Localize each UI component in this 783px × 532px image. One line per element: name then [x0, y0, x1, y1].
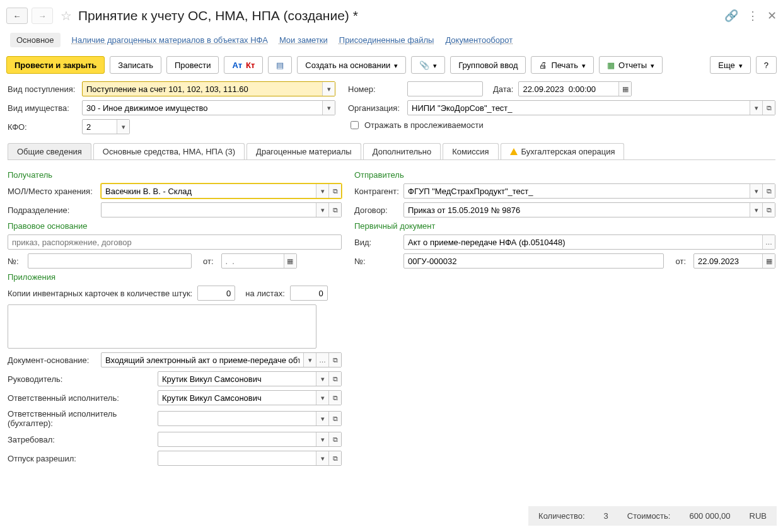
subnav-docflow[interactable]: Документооборот: [445, 35, 513, 45]
open-icon[interactable]: ⧉: [328, 353, 341, 367]
create-based-button[interactable]: Создать на основании: [297, 56, 406, 74]
attach-button[interactable]: 📎: [411, 56, 445, 74]
tab-general[interactable]: Общие сведения: [8, 143, 91, 159]
reports-button[interactable]: ▦Отчеты: [599, 56, 663, 74]
required-combo[interactable]: ▾ ⧉: [158, 432, 342, 447]
number-input[interactable]: [407, 81, 483, 96]
open-icon[interactable]: ⧉: [762, 184, 775, 198]
chevron-down-icon[interactable]: ▾: [316, 391, 328, 405]
tab-additional[interactable]: Дополнительно: [363, 143, 441, 159]
list-button[interactable]: ▤: [268, 56, 292, 74]
chevron-down-icon[interactable]: ▾: [316, 432, 328, 446]
open-icon[interactable]: ⧉: [328, 432, 341, 446]
org-input[interactable]: [408, 101, 750, 115]
nav-back-button[interactable]: ←: [6, 8, 28, 24]
docbase-input[interactable]: [102, 353, 303, 367]
more-icon[interactable]: ⋮: [747, 9, 758, 23]
resp-acct-input[interactable]: [158, 412, 316, 425]
contract-combo[interactable]: ▾ ⧉: [403, 202, 775, 217]
subnav-files[interactable]: Присоединенные файлы: [339, 35, 434, 45]
traceability-checkbox[interactable]: [351, 121, 359, 129]
post-button[interactable]: Провести: [166, 56, 219, 74]
head-combo[interactable]: ▾ ⧉: [158, 371, 342, 386]
open-icon[interactable]: ⧉: [328, 451, 341, 465]
release-combo[interactable]: ▾ ⧉: [158, 451, 342, 466]
favorite-icon[interactable]: ☆: [61, 8, 72, 23]
kfo-combo[interactable]: ▾: [82, 119, 130, 134]
tab-assets[interactable]: Основные средства, НМА, НПА (3): [93, 143, 245, 159]
tab-commission[interactable]: Комиссия: [443, 143, 498, 159]
dept-input[interactable]: [102, 203, 316, 217]
pfrom-combo[interactable]: ▦: [693, 253, 775, 269]
tab-accounting[interactable]: Бухгалтерская операция: [501, 143, 625, 159]
open-icon[interactable]: ⧉: [328, 372, 341, 386]
kind-input[interactable]: [404, 235, 762, 249]
group-input-button[interactable]: Групповой ввод: [450, 56, 526, 74]
tab-precious[interactable]: Драгоценные материалы: [246, 143, 361, 159]
kind-combo[interactable]: …: [403, 234, 775, 250]
nav-forward-button[interactable]: →: [32, 8, 53, 24]
chevron-down-icon[interactable]: ▾: [316, 451, 328, 465]
property-type-combo[interactable]: ▾: [82, 100, 335, 115]
docbase-combo[interactable]: ▾ … ⧉: [101, 352, 342, 367]
date-combo[interactable]: ▦: [518, 81, 632, 96]
dept-combo[interactable]: ▾ ⧉: [101, 202, 342, 217]
property-type-input[interactable]: [83, 101, 322, 115]
receipt-type-input[interactable]: [83, 82, 322, 96]
more-button[interactable]: Еще: [710, 56, 750, 74]
receipt-type-combo[interactable]: ▾: [82, 81, 335, 96]
subnav-main[interactable]: Основное: [10, 33, 61, 47]
chevron-down-icon[interactable]: ▾: [316, 372, 328, 386]
chevron-down-icon[interactable]: ▾: [316, 184, 328, 198]
chevron-down-icon[interactable]: ▾: [750, 203, 762, 217]
legal-basis-input[interactable]: [8, 234, 342, 250]
pfrom-input[interactable]: [694, 254, 762, 268]
chevron-down-icon[interactable]: ▾: [322, 101, 335, 115]
chevron-down-icon[interactable]: ▾: [303, 353, 316, 367]
dots-icon[interactable]: …: [762, 235, 775, 249]
subnav-notes[interactable]: Мои заметки: [279, 35, 328, 45]
copies-input[interactable]: [197, 286, 235, 301]
attachments-area[interactable]: [8, 304, 316, 349]
dots-icon[interactable]: …: [316, 353, 328, 367]
close-icon[interactable]: ✕: [767, 9, 777, 23]
link-icon[interactable]: 🔗: [724, 9, 738, 23]
chevron-down-icon[interactable]: ▾: [316, 412, 328, 425]
save-button[interactable]: Записать: [110, 56, 161, 74]
calendar-icon[interactable]: ▦: [284, 254, 296, 268]
help-button[interactable]: ?: [756, 56, 777, 74]
open-icon[interactable]: ⧉: [762, 101, 775, 115]
open-icon[interactable]: ⧉: [328, 412, 341, 425]
mol-combo[interactable]: ▾ ⧉: [101, 183, 342, 199]
legal-date-combo[interactable]: ▦: [221, 253, 297, 269]
post-and-close-button[interactable]: Провести и закрыть: [6, 56, 105, 74]
open-icon[interactable]: ⧉: [762, 203, 775, 217]
calendar-icon[interactable]: ▦: [618, 82, 631, 96]
resp-combo[interactable]: ▾ ⧉: [158, 390, 342, 405]
legal-date-input[interactable]: [222, 254, 284, 268]
subnav-precious[interactable]: Наличие драгоценных материалов в объекта…: [72, 35, 268, 45]
required-input[interactable]: [158, 432, 316, 446]
mol-input[interactable]: [102, 184, 316, 198]
release-input[interactable]: [158, 451, 316, 465]
date-input[interactable]: [519, 82, 618, 96]
head-input[interactable]: [158, 372, 316, 386]
debit-credit-button[interactable]: АтКт: [224, 56, 263, 74]
open-icon[interactable]: ⧉: [328, 391, 341, 405]
chevron-down-icon[interactable]: ▾: [750, 184, 762, 198]
resp-input[interactable]: [158, 391, 316, 405]
contract-input[interactable]: [404, 203, 750, 217]
open-icon[interactable]: ⧉: [328, 203, 341, 217]
counterparty-combo[interactable]: ▾ ⧉: [403, 183, 775, 199]
kfo-input[interactable]: [83, 120, 117, 134]
chevron-down-icon[interactable]: ▾: [316, 203, 328, 217]
counterparty-input[interactable]: [404, 184, 750, 198]
sheets-input[interactable]: [290, 286, 328, 301]
chevron-down-icon[interactable]: ▾: [750, 101, 762, 115]
org-combo[interactable]: ▾ ⧉: [407, 100, 775, 115]
chevron-down-icon[interactable]: ▾: [322, 82, 335, 96]
chevron-down-icon[interactable]: ▾: [117, 120, 129, 134]
print-button[interactable]: 🖨Печать: [531, 56, 594, 74]
resp-acct-combo[interactable]: ▾ ⧉: [158, 411, 342, 426]
calendar-icon[interactable]: ▦: [762, 254, 775, 268]
